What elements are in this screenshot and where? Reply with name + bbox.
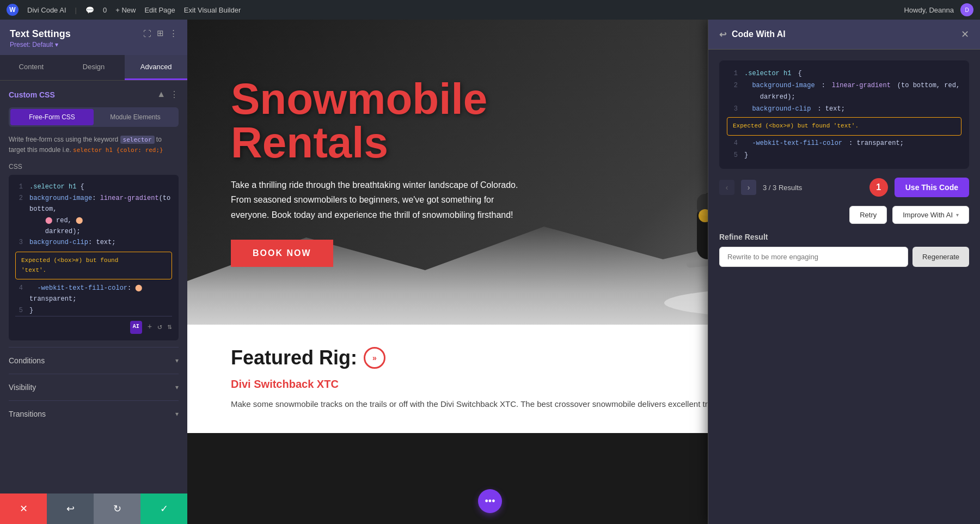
ai-code-line-2: 2 background-image : linear-gradient (to… xyxy=(727,80,961,92)
ai-modal: ↩ Code With AI ✕ 1 .selector h1 { 2 back… xyxy=(708,20,980,524)
code-line-2b: ⬤ red, ⬤ xyxy=(15,215,172,226)
refine-label: Refine Result xyxy=(719,233,969,241)
hero-title: SnowmobileRentals xyxy=(231,77,525,164)
ai-modal-title: ↩ Code With AI xyxy=(719,29,786,40)
site-name-link[interactable]: Divi Code AI xyxy=(27,6,66,14)
sidebar-header: Text Settings Preset: Default ▾ ⛶ ⊞ ⋮ xyxy=(0,20,187,55)
code-line-2: 2 background-image: linear-gradient(to b… xyxy=(15,193,172,215)
preset-label: Preset: Default ▾ xyxy=(10,41,71,48)
improve-dropdown-arrow: ▾ xyxy=(956,212,959,218)
css-section-header: Custom CSS ▲ ⋮ xyxy=(9,89,179,100)
editor-toolbar: AI + ↺ ⇅ xyxy=(15,316,172,334)
retry-button[interactable]: Retry xyxy=(849,206,887,224)
conditions-label: Conditions xyxy=(9,356,45,365)
ai-code-line-1: 1 .selector h1 { xyxy=(727,68,961,80)
improve-button[interactable]: Improve With AI ▾ xyxy=(892,206,969,224)
use-code-button[interactable]: Use This Code xyxy=(895,178,969,197)
code-line-2c: darkred); xyxy=(15,226,172,237)
ai-code-line-5: 5 } xyxy=(727,150,961,162)
css-error-box: Expected (<box>#) but found'text'. xyxy=(15,252,172,279)
visibility-label: Visibility xyxy=(9,383,36,392)
code-line-1: 1 .selector h1 { xyxy=(15,181,172,192)
sidebar-tabs: Content Design Advanced xyxy=(0,55,187,81)
columns-icon[interactable]: ⊞ xyxy=(157,28,164,38)
code-line-4: 4 -webkit-text-fill-color: ⬤ transparent… xyxy=(15,283,172,305)
comments-icon: 💬 xyxy=(85,6,94,14)
ai-navigation-row: ‹ › 3 / 3 Results 1 Use This Code xyxy=(719,178,969,197)
ai-code-line-2b: darkred); xyxy=(727,92,961,103)
transitions-section: Transitions ▾ xyxy=(9,400,179,427)
refine-input-row: Regenerate xyxy=(719,247,969,267)
redo-button[interactable]: ↻ xyxy=(94,493,140,524)
subtab-freeform[interactable]: Free-Form CSS xyxy=(10,109,94,125)
ai-action-buttons: Retry Improve With AI ▾ xyxy=(719,206,969,224)
ai-next-button[interactable]: › xyxy=(741,180,756,195)
ai-prev-button[interactable]: ‹ xyxy=(719,180,734,195)
hero-description: Take a thrilling ride through the breath… xyxy=(231,178,525,222)
edit-page-link[interactable]: Edit Page xyxy=(144,6,175,14)
visibility-section: Visibility ▾ xyxy=(9,374,179,400)
visibility-header[interactable]: Visibility ▾ xyxy=(9,383,179,392)
regenerate-button[interactable]: Regenerate xyxy=(912,247,969,267)
user-avatar: D xyxy=(960,3,973,16)
refine-section: Refine Result Regenerate xyxy=(719,233,969,267)
sidebar-content: Custom CSS ▲ ⋮ Free-Form CSS Module Elem… xyxy=(0,81,187,493)
book-now-button[interactable]: BOOK NOW xyxy=(231,240,333,267)
sidebar-header-icons: ⛶ ⊞ ⋮ xyxy=(143,28,177,38)
wp-admin-bar: W Divi Code AI | 💬 0 + New Edit Page Exi… xyxy=(0,0,980,20)
sidebar-actions: ✕ ↩ ↻ ✓ xyxy=(0,493,187,524)
tab-design[interactable]: Design xyxy=(63,55,125,80)
conditions-section: Conditions ▾ xyxy=(9,347,179,374)
conditions-header[interactable]: Conditions ▾ xyxy=(9,356,179,365)
save-button[interactable]: ✓ xyxy=(140,493,187,524)
ai-back-icon[interactable]: ↩ xyxy=(719,29,726,40)
actions-button[interactable]: ••• xyxy=(478,489,502,513)
fullscreen-icon[interactable]: ⛶ xyxy=(143,29,151,38)
code-line-5: 5 } xyxy=(15,305,172,316)
code-line-3: 3 background-clip: text; xyxy=(15,237,172,248)
add-css-icon[interactable]: + xyxy=(148,321,152,334)
double-arrow-icon: » xyxy=(364,347,385,369)
conditions-chevron: ▾ xyxy=(175,357,179,364)
transitions-chevron: ▾ xyxy=(175,410,179,418)
css-info-text: Write free-form css using the keyword se… xyxy=(9,135,179,155)
ai-code-line-3: 3 background-clip : text; xyxy=(727,103,961,115)
new-link[interactable]: + New xyxy=(115,6,136,14)
sidebar-title-area: Text Settings Preset: Default ▾ xyxy=(10,28,71,48)
sort-css-icon[interactable]: ⇅ xyxy=(168,321,172,334)
ai-code-block: 1 .selector h1 { 2 background-image : li… xyxy=(719,60,969,169)
refine-input[interactable] xyxy=(719,247,908,267)
ai-results-text: 3 / 3 Results xyxy=(763,184,863,192)
sidebar-title: Text Settings xyxy=(10,28,71,40)
transitions-label: Transitions xyxy=(9,410,46,418)
css-section-icons: ▲ ⋮ xyxy=(157,89,179,100)
ai-modal-header: ↩ Code With AI ✕ xyxy=(708,20,980,50)
undo-button[interactable]: ↩ xyxy=(47,493,94,524)
ai-code-line-4: 4 -webkit-text-fill-color : transparent; xyxy=(727,138,961,150)
more-options-icon[interactable]: ⋮ xyxy=(169,28,177,38)
howdy-text: Howdy, Deanna xyxy=(904,6,954,14)
css-section-title: Custom CSS xyxy=(9,90,55,99)
admin-bar-right: Howdy, Deanna D xyxy=(904,3,973,16)
transitions-header[interactable]: Transitions ▾ xyxy=(9,410,179,418)
tab-advanced[interactable]: Advanced xyxy=(125,55,187,80)
css-subtabs: Free-Form CSS Module Elements xyxy=(9,107,179,127)
ai-close-button[interactable]: ✕ xyxy=(961,28,969,40)
result-badge: 1 xyxy=(869,178,888,197)
css-label: CSS xyxy=(9,163,179,170)
wp-logo-icon[interactable]: W xyxy=(7,4,19,16)
css-code-editor[interactable]: 1 .selector h1 { 2 background-image: lin… xyxy=(9,175,179,340)
ai-modal-body: 1 .selector h1 { 2 background-image : li… xyxy=(708,50,980,524)
ai-badge[interactable]: AI xyxy=(130,321,142,334)
cancel-button[interactable]: ✕ xyxy=(0,493,47,524)
tab-content[interactable]: Content xyxy=(0,55,63,80)
collapse-icon[interactable]: ▲ xyxy=(157,89,166,100)
menu-icon[interactable]: ⋮ xyxy=(170,89,179,100)
reset-css-icon[interactable]: ↺ xyxy=(157,321,162,334)
ai-error-message: Expected (<box>#) but found 'text'. xyxy=(727,117,961,136)
visibility-chevron: ▾ xyxy=(175,383,179,391)
subtab-module[interactable]: Module Elements xyxy=(94,109,177,125)
comments-count[interactable]: 0 xyxy=(103,6,107,14)
left-sidebar: Text Settings Preset: Default ▾ ⛶ ⊞ ⋮ Co… xyxy=(0,20,187,524)
exit-builder-link[interactable]: Exit Visual Builder xyxy=(184,6,241,14)
